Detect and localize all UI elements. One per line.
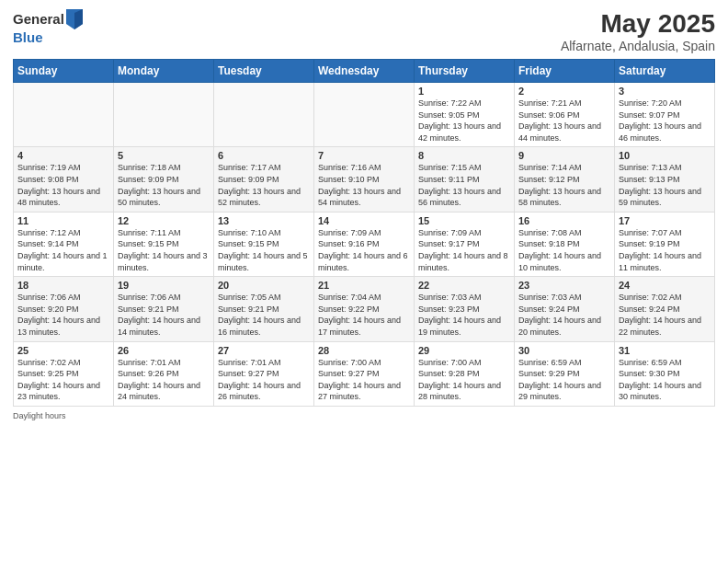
weekday-header-tuesday: Tuesday	[214, 60, 314, 83]
day-info: Sunrise: 7:09 AMSunset: 9:16 PMDaylight:…	[318, 227, 410, 273]
day-number: 3	[619, 86, 711, 97]
day-info: Sunrise: 7:15 AMSunset: 9:11 PMDaylight:…	[418, 162, 510, 208]
day-info: Sunrise: 7:06 AMSunset: 9:20 PMDaylight:…	[17, 292, 109, 338]
footer: Daylight hours	[13, 411, 715, 420]
day-info: Sunrise: 7:12 AMSunset: 9:14 PMDaylight:…	[17, 227, 109, 273]
calendar-cell: 9Sunrise: 7:14 AMSunset: 9:12 PMDaylight…	[515, 147, 615, 212]
day-number: 11	[17, 215, 109, 226]
day-number: 28	[318, 345, 410, 356]
calendar-cell: 28Sunrise: 7:00 AMSunset: 9:27 PMDayligh…	[314, 341, 415, 406]
day-info: Sunrise: 7:00 AMSunset: 9:27 PMDaylight:…	[318, 357, 410, 403]
weekday-header-monday: Monday	[114, 60, 214, 83]
day-info: Sunrise: 7:21 AMSunset: 9:06 PMDaylight:…	[518, 98, 610, 144]
day-info: Sunrise: 7:01 AMSunset: 9:26 PMDaylight:…	[118, 357, 210, 403]
logo: General Blue	[13, 9, 83, 46]
calendar-cell: 18Sunrise: 7:06 AMSunset: 9:20 PMDayligh…	[14, 277, 114, 341]
calendar-cell: 20Sunrise: 7:05 AMSunset: 9:21 PMDayligh…	[214, 277, 314, 341]
day-number: 5	[118, 150, 210, 161]
day-info: Sunrise: 7:19 AMSunset: 9:08 PMDaylight:…	[17, 162, 109, 208]
day-number: 18	[17, 280, 109, 291]
calendar-header-row: SundayMondayTuesdayWednesdayThursdayFrid…	[14, 60, 715, 83]
day-number: 8	[418, 150, 510, 161]
day-number: 14	[318, 215, 410, 226]
calendar-week-1: 4Sunrise: 7:19 AMSunset: 9:08 PMDaylight…	[14, 147, 715, 212]
day-number: 29	[418, 345, 510, 356]
calendar-cell	[214, 83, 314, 147]
calendar-cell: 17Sunrise: 7:07 AMSunset: 9:19 PMDayligh…	[615, 212, 715, 276]
calendar-cell	[14, 83, 114, 147]
calendar-cell: 12Sunrise: 7:11 AMSunset: 9:15 PMDayligh…	[114, 212, 214, 276]
calendar-cell	[114, 83, 214, 147]
day-number: 4	[17, 150, 109, 161]
calendar-week-3: 18Sunrise: 7:06 AMSunset: 9:20 PMDayligh…	[14, 277, 715, 341]
day-number: 24	[619, 280, 711, 291]
calendar-cell: 2Sunrise: 7:21 AMSunset: 9:06 PMDaylight…	[515, 83, 615, 147]
title-block: May 2025 Alfarnate, Andalusia, Spain	[561, 9, 715, 53]
day-number: 21	[318, 280, 410, 291]
day-number: 26	[118, 345, 210, 356]
calendar-cell: 1Sunrise: 7:22 AMSunset: 9:05 PMDaylight…	[415, 83, 515, 147]
day-info: Sunrise: 7:08 AMSunset: 9:18 PMDaylight:…	[518, 227, 610, 273]
day-info: Sunrise: 7:00 AMSunset: 9:28 PMDaylight:…	[418, 357, 510, 403]
calendar-cell: 5Sunrise: 7:18 AMSunset: 9:09 PMDaylight…	[114, 147, 214, 212]
calendar-cell: 7Sunrise: 7:16 AMSunset: 9:10 PMDaylight…	[314, 147, 415, 212]
calendar-cell: 26Sunrise: 7:01 AMSunset: 9:26 PMDayligh…	[114, 341, 214, 406]
day-info: Sunrise: 7:02 AMSunset: 9:25 PMDaylight:…	[17, 357, 109, 403]
calendar-cell: 25Sunrise: 7:02 AMSunset: 9:25 PMDayligh…	[14, 341, 114, 406]
logo-icon	[66, 9, 83, 29]
weekday-header-wednesday: Wednesday	[314, 60, 415, 83]
day-number: 13	[218, 215, 310, 226]
day-number: 23	[518, 280, 610, 291]
day-info: Sunrise: 7:09 AMSunset: 9:17 PMDaylight:…	[418, 227, 510, 273]
calendar-cell	[314, 83, 415, 147]
day-info: Sunrise: 6:59 AMSunset: 9:29 PMDaylight:…	[518, 357, 610, 403]
day-number: 12	[118, 215, 210, 226]
day-number: 19	[118, 280, 210, 291]
main-title: May 2025	[561, 9, 715, 39]
calendar-week-0: 1Sunrise: 7:22 AMSunset: 9:05 PMDaylight…	[14, 83, 715, 147]
day-number: 22	[418, 280, 510, 291]
header: General Blue May 2025 Alfarnate, Andalus…	[13, 9, 715, 53]
logo-general: General	[13, 11, 64, 28]
calendar-cell: 14Sunrise: 7:09 AMSunset: 9:16 PMDayligh…	[314, 212, 415, 276]
weekday-header-thursday: Thursday	[415, 60, 515, 83]
logo-blue: Blue	[13, 29, 43, 45]
day-info: Sunrise: 7:22 AMSunset: 9:05 PMDaylight:…	[418, 98, 510, 144]
day-info: Sunrise: 7:16 AMSunset: 9:10 PMDaylight:…	[318, 162, 410, 208]
calendar-week-2: 11Sunrise: 7:12 AMSunset: 9:14 PMDayligh…	[14, 212, 715, 276]
calendar-cell: 29Sunrise: 7:00 AMSunset: 9:28 PMDayligh…	[415, 341, 515, 406]
calendar-cell: 27Sunrise: 7:01 AMSunset: 9:27 PMDayligh…	[214, 341, 314, 406]
calendar-cell: 16Sunrise: 7:08 AMSunset: 9:18 PMDayligh…	[515, 212, 615, 276]
day-info: Sunrise: 7:06 AMSunset: 9:21 PMDaylight:…	[118, 292, 210, 338]
day-info: Sunrise: 7:04 AMSunset: 9:22 PMDaylight:…	[318, 292, 410, 338]
calendar-cell: 21Sunrise: 7:04 AMSunset: 9:22 PMDayligh…	[314, 277, 415, 341]
weekday-header-friday: Friday	[515, 60, 615, 83]
day-info: Sunrise: 7:20 AMSunset: 9:07 PMDaylight:…	[619, 98, 711, 144]
day-info: Sunrise: 7:03 AMSunset: 9:23 PMDaylight:…	[418, 292, 510, 338]
day-info: Sunrise: 7:13 AMSunset: 9:13 PMDaylight:…	[619, 162, 711, 208]
day-number: 16	[518, 215, 610, 226]
day-number: 15	[418, 215, 510, 226]
day-number: 1	[418, 86, 510, 97]
day-number: 25	[17, 345, 109, 356]
day-number: 6	[218, 150, 310, 161]
calendar-cell: 11Sunrise: 7:12 AMSunset: 9:14 PMDayligh…	[14, 212, 114, 276]
calendar-cell: 31Sunrise: 6:59 AMSunset: 9:30 PMDayligh…	[615, 341, 715, 406]
page: General Blue May 2025 Alfarnate, Andalus…	[0, 0, 728, 563]
calendar-cell: 22Sunrise: 7:03 AMSunset: 9:23 PMDayligh…	[415, 277, 515, 341]
day-info: Sunrise: 7:05 AMSunset: 9:21 PMDaylight:…	[218, 292, 310, 338]
day-info: Sunrise: 7:11 AMSunset: 9:15 PMDaylight:…	[118, 227, 210, 273]
day-number: 30	[518, 345, 610, 356]
subtitle: Alfarnate, Andalusia, Spain	[561, 39, 715, 53]
day-number: 17	[619, 215, 711, 226]
day-number: 2	[518, 86, 610, 97]
calendar-cell: 10Sunrise: 7:13 AMSunset: 9:13 PMDayligh…	[615, 147, 715, 212]
calendar-cell: 15Sunrise: 7:09 AMSunset: 9:17 PMDayligh…	[415, 212, 515, 276]
weekday-header-sunday: Sunday	[14, 60, 114, 83]
daylight-label: Daylight hours	[13, 411, 66, 420]
day-number: 9	[518, 150, 610, 161]
day-info: Sunrise: 7:14 AMSunset: 9:12 PMDaylight:…	[518, 162, 610, 208]
day-number: 27	[218, 345, 310, 356]
day-number: 7	[318, 150, 410, 161]
calendar-cell: 6Sunrise: 7:17 AMSunset: 9:09 PMDaylight…	[214, 147, 314, 212]
